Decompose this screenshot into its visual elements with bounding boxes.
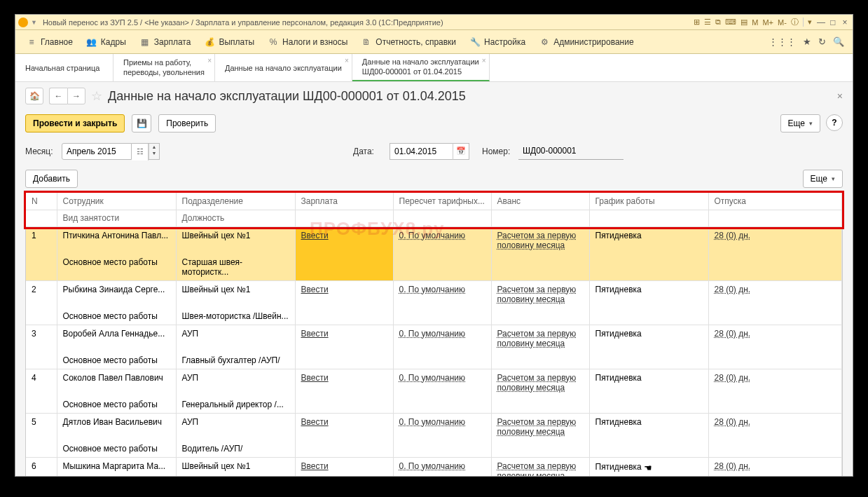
table-row[interactable]: Основное место работы Старшая швея-мотор…	[26, 254, 842, 281]
col-position[interactable]: Должность	[176, 210, 295, 227]
cell-advance[interactable]: Расчетом за первую половину месяца	[491, 227, 589, 254]
menu-reports[interactable]: 🗎Отчетность, справки	[354, 37, 463, 47]
menu-admin[interactable]: ⚙Администрирование	[532, 37, 640, 47]
toolbar-misc-icon[interactable]: ▾	[803, 18, 812, 27]
toolbar-misc-icon[interactable]: ⊞	[694, 18, 700, 27]
tab-close-icon[interactable]: ×	[345, 57, 349, 64]
minimize-icon[interactable]: —	[816, 18, 826, 27]
tab-close-icon[interactable]: ×	[482, 57, 486, 65]
spin-down-icon[interactable]: ▼	[149, 150, 159, 156]
close-icon[interactable]: ×	[840, 18, 850, 27]
history-icon[interactable]: ↻	[818, 36, 826, 47]
toolbar-misc-icon[interactable]: ▤	[740, 18, 748, 27]
table-row[interactable]: Основное место работы Генеральный директ…	[26, 396, 842, 414]
star-icon[interactable]: ★	[803, 36, 811, 47]
table-row[interactable]: Основное место работы Швея-мотористка /Ш…	[26, 308, 842, 325]
col-employment[interactable]: Вид занятости	[57, 210, 176, 227]
post-close-button[interactable]: Провести и закрыть	[25, 114, 125, 132]
table-row[interactable]: Основное место работы Водитель /АУП/	[26, 440, 842, 458]
cell-employee: Соколов Павел Павлович	[57, 369, 176, 397]
date-input[interactable]	[390, 143, 453, 160]
cell-vacation[interactable]: 28 (0) дн.	[708, 414, 842, 441]
table-row[interactable]: 5 Дятлов Иван Васильевич АУП Ввести 0. П…	[26, 414, 842, 441]
menu-main[interactable]: ≡Главное	[20, 37, 80, 47]
menu-settings[interactable]: 🔧Настройка	[463, 37, 532, 47]
cell-vacation[interactable]: 28 (0) дн.	[708, 458, 842, 477]
cell-advance[interactable]: Расчетом за первую половину месяца	[491, 458, 589, 477]
menu-payments[interactable]: 💰Выплаты	[198, 37, 261, 47]
col-vacation[interactable]: Отпуска	[708, 193, 842, 210]
menu-taxes[interactable]: %Налоги и взносы	[261, 37, 354, 47]
cell-advance[interactable]: Расчетом за первую половину месяца	[491, 281, 589, 308]
favorite-button[interactable]: ☆	[91, 88, 102, 104]
toolbar-misc-icon[interactable]: ⌨	[725, 18, 736, 27]
spin-up-icon[interactable]: ▲	[149, 144, 159, 150]
tab-initial-data[interactable]: Данные на начало эксплуатации ×	[215, 54, 352, 81]
page-close-button[interactable]: ×	[837, 90, 843, 102]
cell-n: 6	[26, 458, 57, 477]
month-select-icon[interactable]: ☷	[132, 144, 149, 161]
table-more-button[interactable]: Еще	[803, 170, 843, 188]
back-button[interactable]: ←	[49, 88, 67, 104]
apps-icon[interactable]: ⋮⋮⋮	[769, 36, 796, 47]
cell-recalc[interactable]: 0. По умолчанию	[393, 325, 491, 353]
cell-vacation[interactable]: 28 (0) дн.	[708, 369, 842, 397]
table-row[interactable]: 1 Птичкина Антонина Павл... Швейный цех …	[26, 227, 842, 254]
info-icon[interactable]: ⓘ	[791, 17, 799, 27]
cell-advance[interactable]: Расчетом за первую половину месяца	[491, 414, 589, 441]
table-row[interactable]: 3 Воробей Алла Геннадье... АУП Ввести 0.…	[26, 325, 842, 353]
month-input[interactable]	[62, 143, 132, 160]
home-button[interactable]: 🏠	[25, 88, 43, 104]
table-row[interactable]: 4 Соколов Павел Павлович АУП Ввести 0. П…	[26, 369, 842, 397]
menu-salary[interactable]: ▦Зарплата	[133, 37, 198, 47]
tab-start-page[interactable]: Начальная страница	[15, 54, 113, 81]
more-button[interactable]: Еще	[780, 114, 820, 132]
memory-m[interactable]: М	[752, 18, 758, 27]
cell-advance[interactable]: Расчетом за первую половину месяца	[491, 325, 589, 353]
memory-mminus[interactable]: М-	[778, 18, 787, 27]
col-schedule[interactable]: График работы	[589, 193, 708, 210]
cell-recalc[interactable]: 0. По умолчанию	[393, 369, 491, 397]
toolbar-misc-icon[interactable]: ☰	[704, 18, 711, 27]
memory-mplus[interactable]: М+	[762, 18, 773, 27]
cell-vacation[interactable]: 28 (0) дн.	[708, 325, 842, 353]
menu-staff[interactable]: 👥Кадры	[80, 37, 133, 47]
cell-recalc[interactable]: 0. По умолчанию	[393, 458, 491, 477]
table-row[interactable]: Основное место работы Главный бухгалтер …	[26, 352, 842, 369]
cell-salary[interactable]: Ввести	[295, 325, 393, 353]
check-button[interactable]: Проверить	[158, 114, 216, 132]
toolbar-misc-icon[interactable]: ⧉	[715, 18, 721, 27]
cell-salary[interactable]: Ввести	[295, 369, 393, 397]
add-button[interactable]: Добавить	[25, 170, 78, 188]
cell-salary[interactable]: Ввести	[295, 281, 393, 308]
tab-close-icon[interactable]: ×	[207, 57, 212, 65]
cell-salary[interactable]: Ввести	[295, 414, 393, 441]
tab-hiring[interactable]: Приемы на работу, переводы, увольнения ×	[113, 54, 215, 81]
col-advance[interactable]: Аванс	[491, 193, 589, 210]
col-recalc[interactable]: Пересчет тарифных...	[393, 193, 491, 210]
save-button[interactable]: 💾	[132, 114, 151, 132]
cell-vacation[interactable]: 28 (0) дн.	[708, 227, 842, 254]
cell-recalc[interactable]: 0. По умолчанию	[393, 414, 491, 441]
app-menu-dropdown-icon[interactable]: ▼	[31, 19, 37, 26]
search-icon[interactable]: 🔍	[833, 36, 844, 47]
cell-recalc[interactable]: 0. По умолчанию	[393, 227, 491, 254]
calendar-icon[interactable]: 📅	[453, 143, 469, 160]
cell-vacation[interactable]: 28 (0) дн.	[708, 281, 842, 308]
doc-icon: 🗎	[361, 37, 371, 47]
col-salary[interactable]: Зарплата	[295, 193, 393, 210]
cell-advance[interactable]: Расчетом за первую половину месяца	[491, 369, 589, 397]
cell-salary[interactable]: Ввести	[295, 458, 393, 477]
tab-initial-data-doc[interactable]: Данные на начало эксплуатации ШД00-00000…	[352, 54, 490, 81]
maximize-icon[interactable]: □	[828, 18, 838, 27]
forward-button[interactable]: →	[67, 88, 85, 104]
help-button[interactable]: ?	[826, 114, 843, 131]
col-department[interactable]: Подразделение	[176, 193, 295, 210]
cell-recalc[interactable]: 0. По умолчанию	[393, 281, 491, 308]
table-row[interactable]: 6 Мышкина Маргарита Ма... Швейный цех №1…	[26, 458, 842, 477]
number-input[interactable]	[518, 142, 624, 159]
cell-salary[interactable]: Ввести	[295, 227, 393, 254]
table-row[interactable]: 2 Рыбкина Зинаида Серге... Швейный цех №…	[26, 281, 842, 308]
col-n[interactable]: N	[26, 193, 57, 210]
col-employee[interactable]: Сотрудник	[57, 193, 176, 210]
